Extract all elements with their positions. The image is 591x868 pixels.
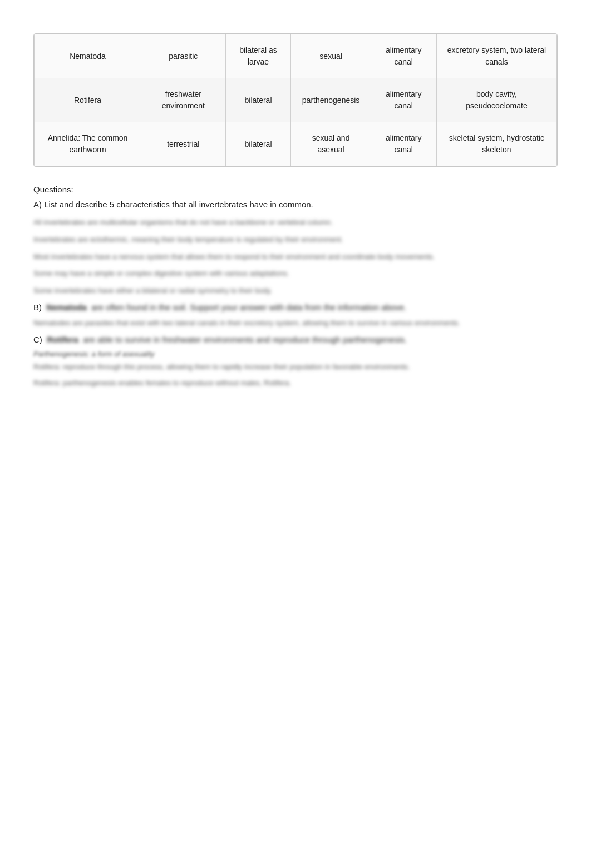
blurred-answer-line: Some invertebrates have either a bilater… [33, 285, 558, 297]
questions-title: Questions: [33, 185, 558, 194]
table-cell: alimentary canal [371, 122, 436, 166]
data-table: Nematodaparasiticbilateral as larvaesexu… [33, 33, 558, 167]
table-cell: Annelida: The common earthworm [35, 122, 141, 166]
table-cell: bilateral [225, 122, 291, 166]
table-cell: sexual and asexual [291, 122, 371, 166]
table-cell: Rotifera [35, 78, 141, 122]
question-c: C) Rotifera are able to survive in fresh… [33, 335, 558, 344]
blurred-b-text: Nematodes are parasites that exist with … [33, 318, 558, 329]
table-cell: body cavity, pseudocoelomate [436, 78, 556, 122]
question-a: A) List and describe 5 characteristics t… [33, 200, 558, 209]
blurred-answer-line: Invertebrates are ectothermic, meaning t… [33, 234, 558, 246]
blurred-c-line: Rotifera: parthenogenesis enables female… [33, 378, 558, 389]
question-b: B) Nematoda are often found in the soil.… [33, 302, 558, 312]
table-cell: sexual [291, 34, 371, 78]
blurred-answer-line: Some may have a simple or complex digest… [33, 268, 558, 280]
question-b-prefix: B) [33, 302, 42, 312]
table-cell: bilateral as larvae [225, 34, 291, 78]
table-cell: excretory system, two lateral canals [436, 34, 556, 78]
table-cell: skeletal system, hydrostatic skeleton [436, 122, 556, 166]
table-cell: terrestrial [141, 122, 226, 166]
table-cell: freshwater environment [141, 78, 226, 122]
blurred-c-line: Rotifera: reproduce through this process… [33, 361, 558, 373]
table-cell: parthenogenesis [291, 78, 371, 122]
questions-section: Questions: A) List and describe 5 charac… [33, 185, 558, 389]
blurred-c-line: Parthenogenesis: a form of asexuality [33, 350, 558, 358]
table-cell: parasitic [141, 34, 226, 78]
blurred-answer-line: Most invertebrates have a nervous system… [33, 251, 558, 263]
table-cell: Nematoda [35, 34, 141, 78]
table-cell: alimentary canal [371, 78, 436, 122]
table-cell: bilateral [225, 78, 291, 122]
question-c-bold: Rotifera [47, 335, 78, 344]
question-b-suffix: are often found in the soil. Support you… [91, 302, 406, 312]
blurred-answer-line: All invertebrates are multicellular orga… [33, 217, 558, 229]
table-cell: alimentary canal [371, 34, 436, 78]
question-b-bold: Nematoda [46, 302, 87, 312]
question-c-suffix: are able to survive in freshwater enviro… [83, 335, 407, 344]
question-c-prefix: C) [33, 335, 42, 344]
